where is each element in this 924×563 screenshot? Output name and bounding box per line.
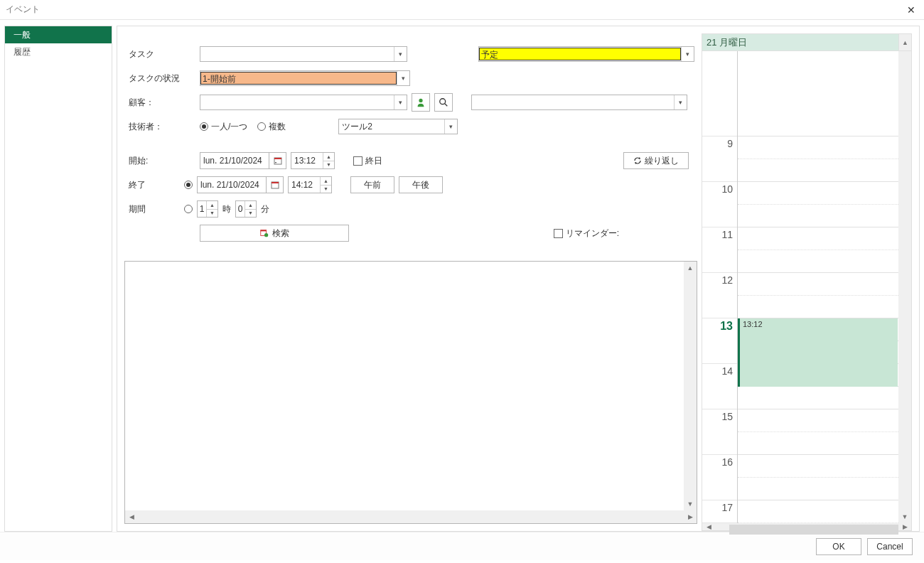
reminder-checkbox[interactable]: リマインダー: — [554, 227, 619, 240]
allday-checkbox[interactable]: 終日 — [353, 155, 382, 167]
label-technician: 技術者： — [129, 121, 200, 133]
hours-unit: 時 — [222, 203, 231, 215]
hour-17: 17 — [702, 500, 737, 523]
spin-up[interactable]: ▲ — [245, 201, 256, 210]
event-column[interactable]: 13:12 — [738, 51, 898, 523]
spin-down[interactable]: ▼ — [323, 161, 334, 169]
calendar-icon — [271, 181, 279, 189]
calendar-search-icon — [259, 228, 269, 238]
scroll-down-icon[interactable]: ▼ — [684, 498, 697, 510]
end-time[interactable]: 14:12 ▲▼ — [288, 176, 332, 193]
row-duration: 期間 1 ▲▼ 時 0 ▲▼ 分 — [129, 197, 697, 221]
spin-down[interactable]: ▼ — [207, 210, 217, 218]
row-task-status: タスクの状況 1-開始前 ▾ — [129, 66, 697, 90]
scroll-right-icon[interactable]: ▶ — [684, 510, 697, 523]
svg-rect-3 — [274, 158, 281, 159]
cal-hscroll[interactable]: ◀ ▶ — [702, 523, 912, 531]
results-vscroll[interactable]: ▲ ▼ — [684, 262, 697, 510]
cal-vscroll[interactable]: ▼ — [898, 51, 911, 523]
customer-combo[interactable]: ▾ — [200, 95, 407, 110]
dropdown-arrow-icon[interactable]: ▾ — [397, 71, 409, 85]
scroll-left-icon[interactable]: ◀ — [125, 510, 138, 523]
row-search: 検索 リマインダー: — [129, 221, 697, 245]
customer-person-button[interactable] — [412, 93, 430, 112]
close-button[interactable]: ✕ — [904, 3, 918, 17]
spin-up[interactable]: ▲ — [323, 153, 334, 161]
cal-scroll-down[interactable]: ▼ — [898, 510, 911, 523]
customer-combo-2[interactable]: ▾ — [471, 95, 687, 110]
calendar-picker-button[interactable] — [267, 176, 284, 193]
start-date[interactable]: lun. 21/10/2024 ▾ — [200, 152, 286, 169]
spin-down[interactable]: ▼ — [321, 186, 331, 193]
cal-scroll-up[interactable]: ▲ — [899, 33, 912, 50]
window-title: イベント — [6, 4, 40, 16]
customer-search-button[interactable] — [434, 93, 453, 112]
row-task: タスク ▾ 予定 ▾ — [129, 42, 697, 66]
main-shell: 一般 履歴 タスク ▾ 予定 ▾ — [0, 20, 924, 532]
calendar-body: 9 10 11 12 13 14 15 16 17 — [702, 50, 912, 523]
dropdown-arrow-icon[interactable]: ▾ — [444, 119, 457, 134]
row-start: 開始: lun. 21/10/2024 ▾ 13:12 ▲▼ — [129, 149, 697, 173]
spin-down[interactable]: ▼ — [245, 210, 256, 218]
row-customer: 顧客： ▾ ▾ — [129, 90, 697, 114]
dropdown-arrow-icon[interactable]: ▾ — [674, 95, 687, 109]
minutes-unit: 分 — [261, 203, 269, 215]
radio-duration[interactable] — [184, 205, 193, 213]
dropdown-arrow-icon[interactable]: ▾ — [681, 47, 694, 61]
svg-point-9 — [264, 233, 268, 237]
cancel-button[interactable]: Cancel — [867, 538, 913, 555]
cal-scroll-right[interactable]: ▶ — [898, 523, 911, 530]
svg-rect-6 — [272, 182, 279, 183]
hour-14: 14 — [702, 364, 737, 409]
results-hscroll[interactable]: ◀ ▶ — [125, 510, 697, 523]
row-end: 終了 lun. 21/10/2024 14:12 ▲▼ — [129, 173, 697, 197]
task-status-combo[interactable]: 1-開始前 ▾ — [200, 70, 410, 86]
dropdown-arrow-icon[interactable]: ▾ — [394, 47, 407, 61]
titlebar: イベント ✕ — [0, 0, 924, 20]
main-panel: タスク ▾ 予定 ▾ タスクの状況 — [117, 26, 920, 532]
hour-15: 15 — [702, 409, 737, 455]
calendar-header: 21 月曜日 — [702, 33, 899, 50]
calendar-picker-button[interactable]: ▾ — [269, 152, 286, 169]
hour-10: 10 — [702, 182, 737, 227]
label-task-status: タスクの状況 — [129, 73, 200, 85]
hour-11: 11 — [702, 227, 737, 273]
search-icon — [439, 97, 448, 107]
tab-general[interactable]: 一般 — [5, 26, 112, 43]
sidebar: 一般 履歴 — [4, 26, 112, 532]
duration-hours[interactable]: 1 ▲▼ — [197, 200, 218, 218]
row-technician: 技術者： 一人/一つ 複数 — [129, 114, 697, 139]
task-combo[interactable]: ▾ — [200, 46, 407, 62]
label-start: 開始: — [129, 155, 200, 167]
results-list: ▲ ▼ ◀ ▶ — [124, 261, 697, 524]
spin-up[interactable]: ▲ — [207, 201, 217, 210]
recur-button[interactable]: 繰り返し — [623, 152, 689, 169]
dropdown-arrow-icon[interactable]: ▾ — [394, 95, 407, 109]
hour-16: 16 — [702, 455, 737, 500]
cal-scroll-left[interactable]: ◀ — [702, 523, 715, 530]
end-date[interactable]: lun. 21/10/2024 — [197, 176, 284, 193]
person-icon — [416, 97, 426, 107]
form-area: タスク ▾ 予定 ▾ タスクの状況 — [124, 33, 697, 524]
svg-rect-8 — [261, 230, 267, 232]
scroll-up-icon[interactable]: ▲ — [684, 262, 697, 274]
start-time[interactable]: 13:12 ▲▼ — [291, 152, 335, 169]
pm-button[interactable]: 午後 — [399, 176, 443, 193]
spin-up[interactable]: ▲ — [321, 177, 331, 186]
radio-single[interactable]: 一人/一つ — [200, 121, 247, 133]
time-column: 9 10 11 12 13 14 15 16 17 — [702, 51, 738, 523]
duration-minutes[interactable]: 0 ▲▼ — [235, 200, 257, 218]
ok-button[interactable]: OK — [816, 538, 861, 555]
hour-9: 9 — [702, 136, 737, 182]
category-combo[interactable]: 予定 ▾ — [478, 46, 694, 62]
svg-line-1 — [445, 104, 448, 107]
search-button[interactable]: 検索 — [200, 225, 349, 242]
event-block[interactable]: 13:12 — [738, 318, 898, 387]
refresh-icon — [633, 156, 642, 165]
am-button[interactable]: 午前 — [350, 176, 394, 193]
calendar-icon: ▾ — [274, 156, 282, 165]
tab-history[interactable]: 履歴 — [5, 43, 112, 60]
tool-combo[interactable]: ツール2 ▾ — [338, 119, 458, 134]
radio-end-date[interactable] — [184, 181, 193, 189]
radio-multiple[interactable]: 複数 — [257, 121, 286, 133]
